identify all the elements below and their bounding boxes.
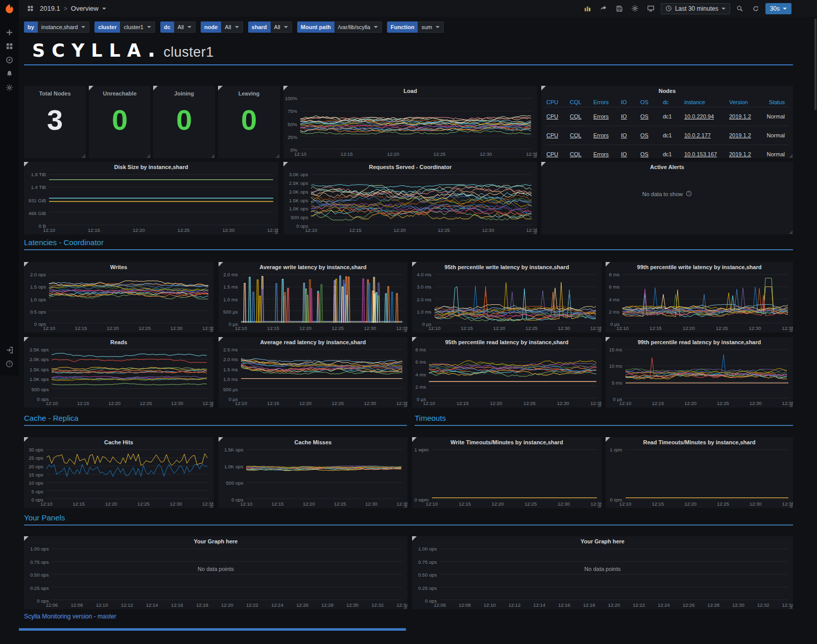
graph-canvas[interactable]: [429, 349, 596, 399]
panel-title[interactable]: Requests Served - Coordinator: [283, 164, 537, 170]
save-button[interactable]: [613, 3, 626, 14]
cell-link[interactable]: 2019.1.2: [728, 113, 761, 120]
filter-value-dropdown[interactable]: instance,shard: [38, 21, 90, 33]
cell-link[interactable]: CQL: [569, 151, 592, 157]
column-header-instance[interactable]: instance: [683, 99, 728, 105]
filter-value-dropdown[interactable]: All: [221, 21, 243, 33]
panel-title[interactable]: Reads: [24, 339, 213, 345]
panel-title[interactable]: 95th percentile write latency by instanc…: [412, 264, 602, 270]
cell-link[interactable]: OS: [639, 132, 662, 138]
section-title[interactable]: Cache - Replica: [24, 414, 79, 422]
graph-canvas[interactable]: [241, 274, 402, 324]
panel-title[interactable]: Writes: [24, 264, 213, 270]
panel-title[interactable]: Your Graph here: [24, 538, 407, 544]
panel-title[interactable]: 99th percentile read latency by instance…: [606, 339, 793, 345]
column-header-io[interactable]: IO: [620, 99, 639, 105]
cell-link[interactable]: Errors: [592, 132, 620, 138]
panel-title[interactable]: Read Timeouts/Minutes by instance,shard: [606, 439, 793, 445]
refresh-button[interactable]: [750, 3, 762, 14]
graph-canvas[interactable]: [626, 349, 788, 399]
cell-link[interactable]: 10.0.2.177: [683, 132, 728, 138]
cell-link[interactable]: IO: [620, 113, 639, 120]
grafana-logo-icon[interactable]: [4, 4, 15, 16]
y-axis-label: 1.00 ops: [412, 546, 437, 552]
graph-canvas[interactable]: [246, 449, 402, 499]
graph-canvas[interactable]: [622, 274, 788, 324]
cell-link[interactable]: 2019.1.2: [728, 151, 761, 157]
panel-title[interactable]: Nodes: [541, 88, 793, 94]
column-header-os[interactable]: OS: [639, 99, 662, 105]
refresh-interval-picker[interactable]: 30s: [765, 3, 791, 14]
panel-title[interactable]: Cache Misses: [219, 439, 407, 445]
cell-link[interactable]: Errors: [592, 151, 620, 157]
column-header-status[interactable]: Status: [761, 99, 789, 105]
column-header-cpu[interactable]: CPU: [545, 99, 569, 105]
graph-canvas[interactable]: [440, 548, 788, 601]
graph-canvas[interactable]: [300, 98, 532, 150]
alerting-bell-icon[interactable]: [0, 67, 19, 81]
graph-canvas[interactable]: [241, 349, 402, 399]
panel-title[interactable]: Average write latency by instance,shard: [219, 264, 407, 270]
graph-canvas[interactable]: [52, 349, 208, 399]
cell-link[interactable]: IO: [620, 151, 639, 157]
column-header-errors[interactable]: Errors: [592, 99, 620, 105]
add-panel-button[interactable]: [582, 3, 594, 14]
dashboards-icon[interactable]: [0, 39, 19, 53]
scrollbar[interactable]: [814, 18, 816, 110]
graph-canvas[interactable]: [432, 449, 597, 499]
filter-value-dropdown[interactable]: All: [271, 21, 292, 33]
graph-canvas[interactable]: [52, 548, 402, 601]
cell-link[interactable]: OS: [639, 151, 662, 157]
filter-value-dropdown[interactable]: sum: [418, 21, 444, 33]
graph-canvas[interactable]: [49, 274, 208, 324]
breadcrumb-folder[interactable]: 2019.1: [40, 5, 60, 12]
section-title[interactable]: Your Panels: [24, 513, 65, 522]
cell-link[interactable]: CPU: [545, 132, 569, 138]
collapsed-row-indicator[interactable]: [19, 628, 406, 631]
breadcrumb-page[interactable]: Overview: [71, 5, 99, 12]
panel-title[interactable]: Your Graph here: [412, 538, 793, 544]
cell-link[interactable]: OS: [639, 113, 662, 120]
graph-canvas[interactable]: [626, 449, 788, 499]
section-title[interactable]: Timeouts: [415, 414, 446, 422]
filter-value-dropdown[interactable]: cluster1: [120, 21, 155, 33]
cell-link[interactable]: 2019.1.2: [728, 132, 761, 138]
section-title[interactable]: Latencies - Coordinator: [24, 238, 104, 247]
cell-link[interactable]: CQL: [569, 132, 592, 138]
cell-link[interactable]: CPU: [545, 113, 569, 120]
search-button[interactable]: [734, 3, 746, 14]
graph-canvas[interactable]: [435, 274, 596, 324]
help-icon[interactable]: ?: [0, 357, 19, 371]
graph-canvas[interactable]: [46, 449, 208, 499]
panel-title[interactable]: Write Timeouts/Minutes by instance,shard: [412, 439, 602, 445]
add-icon[interactable]: [0, 26, 19, 39]
sign-in-icon[interactable]: [0, 343, 19, 357]
time-range-picker[interactable]: Last 30 minutes: [661, 3, 730, 14]
column-header-version[interactable]: Version: [728, 99, 761, 105]
cell-link[interactable]: Errors: [592, 113, 620, 120]
panel-title[interactable]: Average read latency by instance,shard: [219, 339, 407, 345]
column-header-dc[interactable]: dc: [662, 99, 683, 105]
configuration-gear-icon[interactable]: [0, 81, 19, 94]
column-header-cql[interactable]: CQL: [569, 99, 592, 105]
panel-title[interactable]: Cache Hits: [24, 439, 213, 445]
panel-title[interactable]: 95th percentile read latency by instance…: [412, 339, 602, 345]
filter-value-dropdown[interactable]: All: [174, 21, 196, 33]
version-link[interactable]: Scylla Monitoring version - master: [24, 613, 116, 620]
panel-title[interactable]: Disk Size by instance,shard: [24, 164, 278, 170]
tv-mode-button[interactable]: [645, 3, 657, 14]
cell-link[interactable]: IO: [620, 132, 639, 138]
cell-link[interactable]: CPU: [545, 151, 569, 157]
cell-link[interactable]: 10.0.153.167: [683, 151, 728, 157]
panel-title[interactable]: Active Alerts: [541, 164, 793, 170]
explore-icon[interactable]: [0, 53, 19, 67]
cell-link[interactable]: 10.0.220.94: [683, 113, 728, 120]
panel-title[interactable]: Load: [283, 88, 537, 94]
panel-title[interactable]: 99th percentile write latency by instanc…: [606, 264, 793, 270]
dashboard-settings-button[interactable]: [629, 3, 641, 14]
filter-value-dropdown[interactable]: /var/lib/scylla: [334, 21, 382, 33]
share-button[interactable]: [597, 3, 610, 14]
cell-link[interactable]: CQL: [569, 113, 592, 120]
graph-canvas[interactable]: [49, 174, 273, 226]
graph-canvas[interactable]: [311, 174, 532, 226]
